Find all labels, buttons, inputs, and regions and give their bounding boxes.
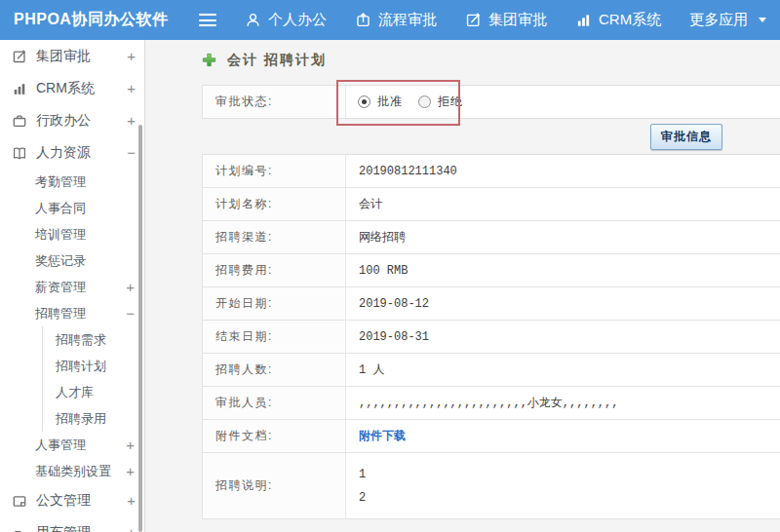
radio-unselected-icon[interactable] — [418, 95, 431, 108]
sidebar-item-label: 公文管理 — [36, 492, 127, 510]
table-row: 附件文档:附件下载 — [203, 420, 780, 453]
sidebar-item[interactable]: 招聘管理− — [0, 300, 144, 326]
row-value-line: 1 — [359, 468, 366, 481]
nav-item-0[interactable]: 个人办公 — [245, 11, 327, 29]
row-label: 计划名称: — [203, 188, 346, 220]
expand-plus-icon[interactable]: + — [127, 48, 136, 64]
sidebar-item-label: 人才库 — [56, 384, 94, 401]
sidebar-item[interactable]: 招聘录用 — [43, 405, 144, 432]
row-value-text: 100 RMB — [359, 264, 408, 278]
nav-item-4[interactable]: 更多应用 — [689, 11, 766, 29]
approval-status-options: 批准拒绝 — [346, 86, 780, 118]
sidebar-item-label: 考勤管理 — [35, 173, 135, 191]
row-value-text: ,,,,,,,,,,,,,,,,,,,,,,,,小龙女,,,,,,,, — [359, 395, 618, 411]
sidebar-item[interactable]: 招聘计划 — [43, 353, 144, 379]
sidebar-item-label: 人事合同 — [35, 200, 135, 217]
sidebar-submenu: 招聘需求招聘计划人才库招聘录用 — [42, 326, 144, 432]
row-value-text: 2019-08-12 — [359, 297, 429, 311]
process-icon — [355, 12, 371, 28]
row-value-text: 网络招聘 — [359, 229, 406, 246]
table-row: 招聘渠道:网络招聘 — [203, 221, 780, 254]
bar-chart-icon — [575, 12, 592, 28]
row-value: 12 — [346, 453, 780, 518]
sidebar-item-label: 招聘管理 — [35, 305, 126, 323]
row-value: 附件下载 — [346, 420, 780, 452]
approve-info-button[interactable]: 审批信息 — [650, 124, 722, 150]
sidebar-item[interactable]: 奖惩记录 — [0, 247, 144, 274]
table-row: 审批人员:,,,,,,,,,,,,,,,,,,,,,,,,小龙女,,,,,,,, — [203, 387, 780, 420]
sidebar-item[interactable]: 用车管理+ — [0, 516, 144, 532]
sidebar-item[interactable]: CRM系统+ — [0, 72, 144, 104]
expand-plus-icon[interactable]: + — [126, 279, 135, 295]
row-label: 招聘说明: — [203, 453, 346, 518]
sidebar-item[interactable]: 考勤管理 — [0, 169, 144, 195]
sidebar-item[interactable]: 薪资管理+ — [0, 274, 144, 300]
book-icon — [12, 145, 27, 161]
approval-status-row: 审批状态: 批准拒绝 — [202, 85, 780, 119]
nav-item-2[interactable]: 集团审批 — [465, 11, 547, 29]
nav-item-label: CRM系统 — [599, 11, 661, 29]
sidebar-item-label: 奖惩记录 — [35, 252, 135, 270]
sidebar-item[interactable]: 行政办公+ — [0, 104, 144, 136]
sidebar-scrollbar[interactable] — [138, 125, 142, 532]
radio-option-0[interactable]: 批准 — [358, 94, 403, 110]
sidebar-item[interactable]: 人事合同 — [0, 195, 144, 221]
approval-status-label: 审批状态: — [203, 86, 346, 118]
radio-option-label: 拒绝 — [438, 94, 463, 110]
row-label: 结束日期: — [203, 321, 346, 353]
sidebar-item[interactable]: 集团审批+ — [0, 40, 144, 72]
row-value: 2019-08-12 — [346, 287, 780, 320]
expand-plus-icon[interactable]: + — [126, 463, 135, 479]
page-title: 会计 招聘计划 — [227, 52, 327, 69]
table-row: 结束日期:2019-08-31 — [203, 321, 780, 354]
sidebar-item[interactable]: 公文管理+ — [0, 484, 144, 516]
row-value-text: 会计 — [359, 196, 382, 212]
edit-square-icon — [465, 12, 482, 28]
sidebar-item[interactable]: 招聘需求 — [43, 326, 144, 353]
sidebar-item[interactable]: 人事管理+ — [0, 432, 144, 458]
row-value-line: 2 — [359, 491, 366, 505]
sidebar-item[interactable]: 培训管理 — [0, 221, 144, 247]
sidebar-item-label: 培训管理 — [35, 226, 135, 244]
button-band: 审批信息 — [202, 119, 780, 154]
sidebar-item-label: 人事管理 — [35, 437, 126, 454]
table-row: 开始日期:2019-08-12 — [203, 287, 780, 321]
sidebar-item[interactable]: 人才库 — [43, 379, 144, 405]
table-row: 招聘说明:12 — [203, 453, 780, 519]
row-value: 1 人 — [346, 354, 780, 386]
main-content: 会计 招聘计划 审批状态: 批准拒绝 审批信息 计划编号:20190812111… — [145, 40, 780, 532]
attachment-download-link[interactable]: 附件下载 — [359, 428, 406, 444]
nav-item-3[interactable]: CRM系统 — [575, 11, 661, 29]
sidebar: 集团审批+CRM系统+行政办公+人力资源−考勤管理人事合同培训管理奖惩记录薪资管… — [0, 40, 145, 532]
radio-selected-icon[interactable] — [358, 95, 370, 108]
sidebar-item-label: 招聘需求 — [56, 331, 106, 349]
expand-plus-icon[interactable]: + — [126, 437, 135, 453]
expand-plus-icon[interactable]: + — [127, 112, 136, 129]
expand-plus-icon[interactable]: + — [127, 492, 136, 509]
row-value-text: 2019-08-31 — [359, 330, 429, 344]
table-row: 计划编号:20190812111340 — [203, 155, 780, 188]
radio-option-1[interactable]: 拒绝 — [418, 94, 463, 110]
table-row: 招聘费用:100 RMB — [203, 254, 780, 287]
app-logo: PHPOA协同办公软件 — [0, 10, 187, 30]
sidebar-item[interactable]: 基础类别设置+ — [0, 458, 144, 484]
sidebar-submenu: 考勤管理人事合同培训管理奖惩记录薪资管理+招聘管理−招聘需求招聘计划人才库招聘录… — [0, 169, 144, 484]
sidebar-menu: 集团审批+CRM系统+行政办公+人力资源−考勤管理人事合同培训管理奖惩记录薪资管… — [0, 40, 144, 532]
nav-item-label: 个人办公 — [268, 11, 327, 29]
row-value: 20190812111340 — [346, 155, 780, 187]
sidebar-item[interactable]: 人力资源− — [0, 136, 144, 169]
sidebar-item-label: 用车管理 — [36, 524, 127, 532]
edit-square-icon — [12, 49, 27, 64]
collapse-minus-icon[interactable]: − — [127, 144, 136, 161]
navbar-menu: 个人办公流程审批集团审批CRM系统更多应用 — [216, 11, 766, 29]
nav-item-label: 集团审批 — [488, 11, 547, 29]
expand-plus-icon[interactable]: + — [127, 80, 136, 96]
user-icon — [245, 12, 261, 28]
collapse-minus-icon[interactable]: − — [126, 305, 135, 322]
sidebar-item-label: CRM系统 — [36, 80, 127, 97]
expand-plus-icon[interactable]: + — [127, 524, 136, 532]
hamburger-menu-icon[interactable] — [199, 14, 216, 26]
sidebar-item-label: 薪资管理 — [35, 279, 126, 296]
nav-item-1[interactable]: 流程审批 — [355, 11, 437, 29]
sidebar-item-label: 人力资源 — [36, 144, 127, 162]
